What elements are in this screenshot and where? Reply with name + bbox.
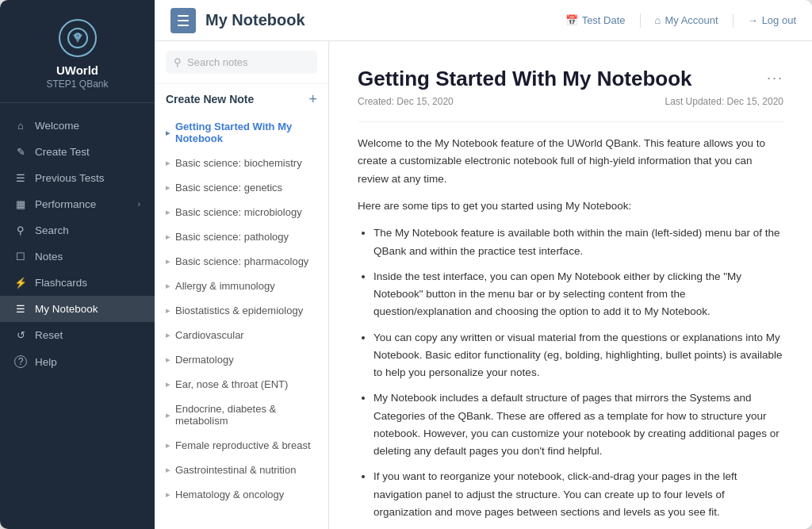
note-arrow-icon: ▸ (166, 159, 170, 167)
note-item-cardiovascular[interactable]: ▸ Cardiovascular (155, 323, 328, 347)
previous-tests-icon: ☰ (14, 172, 27, 184)
sidebar-item-previous-tests[interactable]: ☰ Previous Tests (0, 165, 155, 191)
flashcards-icon: ⚡ (14, 277, 27, 289)
note-arrow-icon: ▸ (166, 128, 170, 137)
content-area: ⚲ Create New Note + ▸ Getting Started Wi… (155, 41, 812, 529)
notebook-icon: ☰ (14, 303, 27, 315)
doc-more-button[interactable]: ··· (767, 70, 783, 86)
note-item-ent[interactable]: ▸ Ear, nose & throat (ENT) (155, 372, 328, 397)
reset-icon: ↺ (14, 329, 27, 341)
app-subname: STEP1 QBank (46, 79, 108, 90)
note-arrow-icon: ▸ (166, 183, 170, 192)
menu-line (178, 20, 189, 21)
home-icon: ⌂ (14, 120, 27, 132)
doc-title-row: Getting Started With My Notebook ··· (358, 67, 783, 91)
note-item-dermatology[interactable]: ▸ Dermatology (155, 347, 328, 372)
note-arrow-icon: ▸ (166, 232, 170, 241)
note-item-getting-started[interactable]: ▸ Getting Started With My Notebook (155, 114, 328, 151)
test-date-label: Test Date (582, 14, 626, 26)
note-item-pharmacology[interactable]: ▸ Basic science: pharmacology (155, 249, 328, 274)
app-container: UWorld STEP1 QBank ⌂ Welcome ✎ Create Te… (0, 0, 812, 529)
note-arrow-icon: ▸ (166, 282, 170, 290)
note-arrow-icon: ▸ (166, 380, 170, 389)
my-account-label: My Account (665, 14, 718, 26)
note-arrow-icon: ▸ (166, 466, 170, 474)
note-item-pathology[interactable]: ▸ Basic science: pathology (155, 224, 328, 249)
performance-icon: ▦ (14, 198, 27, 210)
sidebar-item-my-notebook[interactable]: ☰ My Notebook (0, 296, 155, 322)
sidebar-item-search[interactable]: ⚲ Search (0, 217, 155, 243)
note-arrow-icon: ▸ (166, 355, 170, 364)
doc-tips-list: The My Notebook feature is available bot… (358, 224, 783, 529)
account-icon: ⌂ (655, 14, 661, 26)
note-item-biostatistics[interactable]: ▸ Biostatistics & epidemiology (155, 298, 328, 323)
sidebar-item-notes[interactable]: ☐ Notes (0, 243, 155, 270)
doc-created: Created: Dec 15, 2020 (358, 96, 454, 107)
note-item-hematology[interactable]: ▸ Hematology & oncology (155, 482, 328, 507)
doc-meta: Created: Dec 15, 2020 Last Updated: Dec … (358, 96, 783, 107)
notes-header: Create New Note + (155, 84, 328, 113)
sidebar-item-performance[interactable]: ▦ Performance › (0, 191, 155, 217)
doc-tips-heading: Here are some tips to get you started us… (358, 197, 783, 215)
logout-icon: → (748, 14, 758, 26)
doc-divider (358, 121, 783, 122)
menu-line (178, 15, 189, 17)
sidebar-item-reset[interactable]: ↺ Reset (0, 322, 155, 348)
note-arrow-icon: ▸ (166, 257, 170, 266)
app-name: UWorld (56, 63, 98, 77)
my-account-button[interactable]: ⌂ My Account (655, 14, 718, 26)
note-item-genetics[interactable]: ▸ Basic science: genetics (155, 175, 328, 200)
doc-intro: Welcome to the My Notebook feature of th… (358, 135, 783, 188)
doc-tip-1: The My Notebook feature is available bot… (373, 224, 783, 260)
search-icon: ⚲ (14, 224, 27, 236)
topbar-actions: 📅 Test Date ⌂ My Account → Log out (565, 13, 796, 28)
topbar-divider (640, 13, 641, 28)
test-date-button[interactable]: 📅 Test Date (565, 14, 626, 26)
uworld-logo-icon (59, 19, 97, 57)
notes-panel: ⚲ Create New Note + ▸ Getting Started Wi… (155, 41, 329, 529)
menu-line (178, 25, 189, 26)
note-item-microbiology[interactable]: ▸ Basic science: microbiology (155, 200, 328, 224)
sidebar: UWorld STEP1 QBank ⌂ Welcome ✎ Create Te… (0, 0, 155, 529)
topbar-divider2 (733, 13, 733, 28)
note-arrow-icon: ▸ (166, 411, 170, 420)
document-area: Getting Started With My Notebook ··· Cre… (329, 41, 812, 529)
sidebar-item-welcome[interactable]: ⌂ Welcome (0, 113, 155, 139)
note-item-female-repro[interactable]: ▸ Female reproductive & breast (155, 433, 328, 458)
topbar: My Notebook 📅 Test Date ⌂ My Account → L… (155, 0, 812, 41)
note-item-endocrine[interactable]: ▸ Endocrine, diabetes & metabolism (155, 397, 328, 433)
logout-button[interactable]: → Log out (748, 14, 796, 26)
sidebar-item-flashcards[interactable]: ⚡ Flashcards (0, 270, 155, 296)
create-new-note-label: Create New Note (166, 93, 254, 105)
doc-title: Getting Started With My Notebook (358, 67, 692, 91)
sidebar-item-help[interactable]: ? Help (0, 348, 155, 375)
main: My Notebook 📅 Test Date ⌂ My Account → L… (155, 0, 812, 529)
note-arrow-icon: ▸ (166, 331, 170, 339)
menu-button[interactable] (170, 8, 196, 33)
add-note-button[interactable]: + (308, 92, 317, 106)
note-item-biochemistry[interactable]: ▸ Basic science: biochemistry (155, 151, 328, 175)
performance-arrow: › (138, 200, 140, 209)
help-icon: ? (14, 355, 27, 368)
doc-last-updated: Last Updated: Dec 15, 2020 (665, 96, 783, 107)
sidebar-item-create-test[interactable]: ✎ Create Test (0, 139, 155, 165)
note-arrow-icon: ▸ (166, 208, 170, 217)
note-item-gi[interactable]: ▸ Gastrointestinal & nutrition (155, 458, 328, 482)
doc-body: Welcome to the My Notebook feature of th… (358, 135, 783, 529)
doc-tip-5: If you want to reorganize your notebook,… (373, 468, 783, 521)
notes-search: ⚲ (155, 41, 328, 84)
search-icon-notes: ⚲ (174, 56, 182, 68)
sidebar-logo: UWorld STEP1 QBank (0, 0, 155, 103)
note-arrow-icon: ▸ (166, 306, 170, 315)
note-arrow-icon: ▸ (166, 441, 170, 450)
calendar-icon: 📅 (565, 14, 578, 26)
doc-tip-3: You can copy any written or visual mater… (373, 329, 783, 382)
search-notes-input[interactable] (187, 56, 309, 68)
logout-label: Log out (762, 14, 796, 26)
doc-tip-2: Inside the test interface, you can open … (373, 268, 783, 321)
search-input-wrap: ⚲ (166, 51, 317, 74)
notes-list: ▸ Getting Started With My Notebook ▸ Bas… (155, 113, 328, 529)
notes-icon: ☐ (14, 251, 27, 263)
doc-tip-4: My Notebook includes a default structure… (373, 389, 783, 460)
note-item-allergy[interactable]: ▸ Allergy & immunology (155, 274, 328, 298)
